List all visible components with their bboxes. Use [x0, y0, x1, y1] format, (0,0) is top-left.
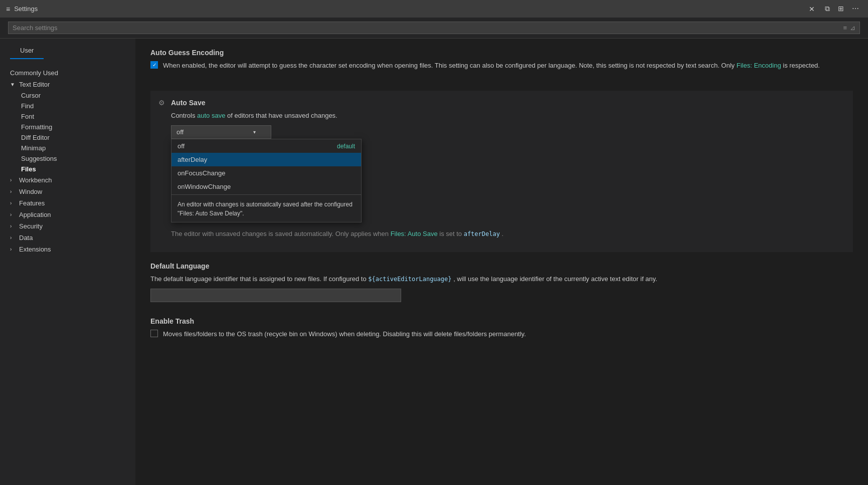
option-label: onFocusChange: [178, 169, 225, 177]
sidebar-item-minimap[interactable]: Minimap: [0, 143, 135, 153]
dropdown-option-onwindowchange[interactable]: onWindowChange: [171, 180, 361, 193]
chevron-right-icon: ›: [10, 235, 17, 240]
auto-guess-encoding-row: When enabled, the editor will attempt to…: [150, 61, 853, 76]
auto-guess-encoding-checkbox[interactable]: [150, 61, 158, 69]
search-icons: ≡ ⊿: [843, 24, 855, 32]
user-tab[interactable]: User: [10, 45, 44, 59]
enable-trash-row: Moves files/folders to the OS trash (rec…: [150, 329, 853, 344]
sidebar-item-diff-editor[interactable]: Diff Editor: [0, 132, 135, 143]
menu-icon[interactable]: ≡: [6, 5, 10, 13]
chevron-right-icon: ›: [10, 200, 17, 206]
after-delay-code: afterDelay: [464, 230, 500, 237]
auto-save-select-wrapper: off ▾ off default afterDelay: [171, 125, 271, 139]
chevron-right-icon: ›: [10, 212, 17, 217]
enable-trash-checkbox[interactable]: [150, 330, 158, 337]
dropdown-separator: [171, 194, 361, 195]
sidebar-item-label: Features: [19, 199, 45, 207]
sidebar-item-workbench[interactable]: › Workbench: [0, 174, 135, 186]
default-language-description: The default language identifier that is …: [150, 274, 853, 284]
sidebar-item-window[interactable]: › Window: [0, 186, 135, 197]
search-bar: ≡ ⊿: [0, 18, 868, 39]
sidebar-item-label: Text Editor: [19, 81, 50, 88]
option-label: afterDelay: [178, 156, 207, 163]
content-area: Auto Guess Encoding When enabled, the ed…: [135, 39, 868, 485]
enable-trash-block: Enable Trash Moves files/folders to the …: [150, 317, 853, 344]
auto-save-dropdown: off default afterDelay onFocusChange onW…: [171, 139, 362, 222]
sidebar-item-application[interactable]: › Application: [0, 209, 135, 220]
close-button[interactable]: ✕: [806, 4, 818, 14]
sidebar-item-label: Workbench: [19, 176, 52, 184]
auto-save-link[interactable]: auto save: [197, 112, 225, 119]
auto-save-block: ⚙ Auto Save Controls auto save of editor…: [150, 91, 853, 252]
title-bar-title: Settings: [14, 5, 802, 13]
after-save-description: The editor with unsaved changes is saved…: [171, 229, 843, 239]
auto-guess-encoding-description: When enabled, the editor will attempt to…: [163, 61, 820, 71]
sidebar-item-text-editor[interactable]: ▼ Text Editor: [0, 79, 135, 90]
sidebar-item-label: Data: [19, 234, 33, 241]
sidebar-item-files[interactable]: Files: [0, 164, 135, 174]
title-bar: ≡ Settings ✕ ⧉ ⊞ ⋯: [0, 0, 868, 18]
default-language-title: Default Language: [150, 262, 853, 270]
sidebar-item-commonly-used[interactable]: Commonly Used: [0, 67, 135, 79]
auto-save-description: Controls auto save of editors that have …: [171, 111, 843, 121]
chevron-right-icon: ›: [10, 177, 17, 183]
chevron-down-icon: ▾: [253, 129, 256, 135]
sidebar: User Commonly Used ▼ Text Editor Cursor …: [0, 39, 135, 485]
filter-icon[interactable]: ⊿: [850, 24, 855, 32]
dropdown-option-onfocuschange[interactable]: onFocusChange: [171, 166, 361, 180]
list-icon[interactable]: ≡: [843, 24, 847, 32]
sidebar-section: Commonly Used ▼ Text Editor Cursor Find …: [0, 67, 135, 255]
sidebar-item-font[interactable]: Font: [0, 111, 135, 122]
title-bar-actions: ⧉ ⊞ ⋯: [822, 3, 862, 15]
search-input[interactable]: [13, 24, 839, 32]
auto-guess-encoding-title: Auto Guess Encoding: [150, 49, 853, 57]
dropdown-description: An editor with changes is automatically …: [171, 196, 361, 222]
auto-save-row: ⚙ Auto Save Controls auto save of editor…: [158, 99, 843, 244]
chevron-right-icon: ›: [10, 247, 17, 252]
dropdown-option-afterdelay[interactable]: afterDelay: [171, 153, 361, 166]
auto-save-select[interactable]: off ▾: [171, 125, 271, 139]
sidebar-item-security[interactable]: › Security: [0, 220, 135, 232]
files-encoding-link[interactable]: Files: Encoding: [737, 62, 781, 69]
enable-trash-title: Enable Trash: [150, 317, 853, 325]
files-auto-save-link[interactable]: Files: Auto Save: [391, 230, 438, 237]
auto-save-content: Auto Save Controls auto save of editors …: [171, 99, 843, 244]
auto-save-select-value: off: [177, 128, 184, 136]
split-editor-icon[interactable]: ⊞: [835, 3, 847, 15]
sidebar-item-label: Security: [19, 222, 43, 230]
default-language-input[interactable]: [150, 289, 401, 302]
default-tag: default: [337, 143, 355, 150]
search-input-wrapper: ≡ ⊿: [8, 22, 860, 34]
sidebar-item-find[interactable]: Find: [0, 101, 135, 111]
sidebar-item-label: Extensions: [19, 246, 51, 253]
sidebar-item-data[interactable]: › Data: [0, 232, 135, 244]
sidebar-item-label: Window: [19, 188, 42, 195]
active-editor-language-code: ${activeEditorLanguage}: [368, 276, 451, 283]
sidebar-item-label: Application: [19, 211, 51, 218]
gear-icon[interactable]: ⚙: [158, 99, 165, 107]
sidebar-item-features[interactable]: › Features: [0, 197, 135, 209]
auto-guess-encoding-block: Auto Guess Encoding When enabled, the ed…: [150, 49, 853, 76]
open-editors-icon[interactable]: ⧉: [822, 3, 833, 15]
chevron-down-icon: ▼: [10, 82, 17, 87]
more-actions-icon[interactable]: ⋯: [849, 3, 862, 15]
sidebar-item-cursor[interactable]: Cursor: [0, 90, 135, 101]
sidebar-item-label: Commonly Used: [10, 69, 58, 77]
sidebar-item-formatting[interactable]: Formatting: [0, 122, 135, 132]
main-layout: User Commonly Used ▼ Text Editor Cursor …: [0, 39, 868, 485]
enable-trash-description: Moves files/folders to the OS trash (rec…: [163, 329, 526, 339]
sidebar-item-suggestions[interactable]: Suggestions: [0, 153, 135, 164]
sidebar-item-extensions[interactable]: › Extensions: [0, 244, 135, 255]
dropdown-option-off[interactable]: off default: [171, 139, 361, 153]
default-language-block: Default Language The default language id…: [150, 262, 853, 303]
auto-save-title: Auto Save: [171, 99, 843, 107]
chevron-right-icon: ›: [10, 189, 17, 194]
option-label: onWindowChange: [178, 183, 231, 190]
option-label: off: [178, 142, 185, 150]
chevron-right-icon: ›: [10, 223, 17, 229]
